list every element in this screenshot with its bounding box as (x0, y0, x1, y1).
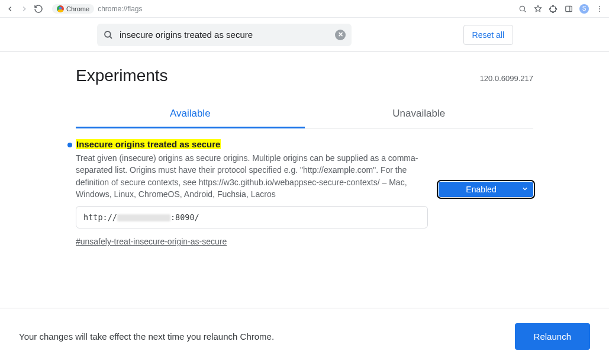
extensions-icon[interactable] (549, 4, 558, 14)
chrome-icon (57, 5, 64, 12)
svg-line-7 (109, 36, 112, 38)
tab-unavailable[interactable]: Unavailable (305, 102, 534, 128)
flag-title: Insecure origins treated as secure (76, 139, 221, 149)
reload-button[interactable] (33, 4, 44, 14)
bookmark-star-icon[interactable] (533, 4, 543, 14)
zoom-icon[interactable] (518, 4, 527, 14)
svg-point-4 (599, 8, 600, 9)
browser-toolbar: Chrome chrome://flags S (0, 0, 609, 18)
svg-rect-1 (566, 6, 572, 11)
profile-avatar[interactable]: S (579, 4, 589, 14)
flag-item: Insecure origins treated as secure Treat… (76, 128, 533, 247)
url-text: chrome://flags (98, 5, 142, 13)
relaunch-message: Your changes will take effect the next t… (19, 331, 274, 342)
search-icon (103, 30, 114, 40)
flag-origin-input[interactable]: http://:8090/ (76, 206, 428, 228)
flags-header: ✕ Reset all (0, 18, 609, 52)
clear-search-icon[interactable]: ✕ (335, 30, 346, 40)
relaunch-button[interactable]: Relaunch (515, 323, 590, 350)
flag-state-select[interactable]: Enabled (439, 182, 533, 197)
site-badge-label: Chrome (66, 5, 89, 12)
redacted-host (117, 214, 170, 221)
tab-available[interactable]: Available (76, 102, 305, 128)
forward-button[interactable] (19, 4, 30, 14)
site-badge: Chrome (52, 4, 94, 14)
flag-description: Treat given (insecure) origins as secure… (76, 152, 428, 200)
search-input[interactable] (120, 30, 329, 40)
page-title: Experiments (76, 66, 168, 85)
search-box[interactable]: ✕ (97, 24, 352, 46)
reset-all-button[interactable]: Reset all (463, 25, 513, 45)
flag-state-value: Enabled (439, 182, 533, 197)
relaunch-bar: Your changes will take effect the next t… (0, 308, 609, 364)
tab-bar: Available Unavailable (76, 102, 533, 128)
svg-point-5 (599, 11, 600, 12)
flag-hash-link[interactable]: #unsafely-treat-insecure-origin-as-secur… (76, 237, 227, 246)
address-bar[interactable]: Chrome chrome://flags (52, 4, 143, 14)
menu-icon[interactable] (595, 4, 604, 14)
modified-indicator-icon (67, 143, 72, 147)
flag-origin-input-wrap: http://:8090/ (76, 206, 428, 228)
svg-point-0 (520, 6, 524, 11)
svg-point-3 (599, 5, 600, 7)
back-button[interactable] (5, 4, 15, 14)
side-panel-icon[interactable] (564, 4, 573, 14)
content-area: Experiments 120.0.6099.217 Available Una… (0, 52, 609, 247)
version-label: 120.0.6099.217 (480, 74, 533, 83)
svg-point-6 (105, 31, 111, 37)
